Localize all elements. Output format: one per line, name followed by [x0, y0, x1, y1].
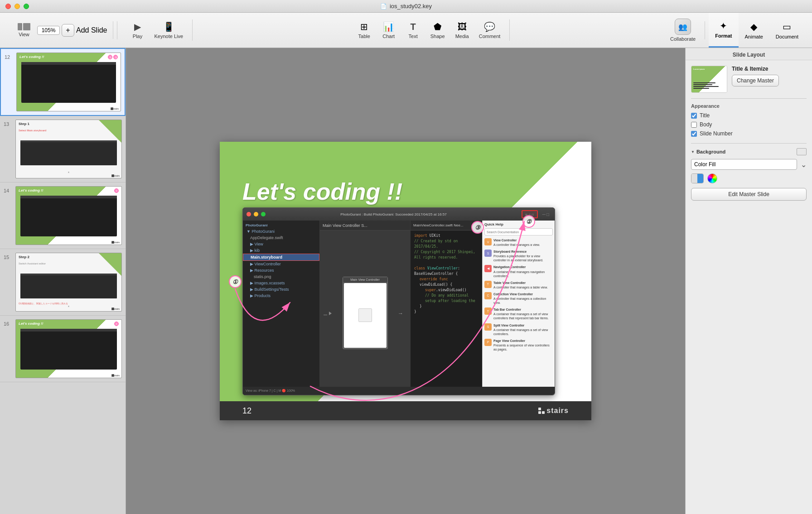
xcode-titlebar: PhotoGurani : Build PhotoGurani: Succeed…	[243, 208, 555, 221]
divider-2	[691, 143, 807, 144]
slide-thumb-12[interactable]: 12 Let's coding !! ② ③	[0, 48, 126, 116]
chart-button[interactable]: 📊 Chart	[377, 19, 400, 41]
vc-screen-mock	[358, 308, 372, 322]
animate-tab-toolbar[interactable]: ◆ Animate	[739, 13, 769, 48]
format-tab-icon: ✦	[720, 20, 727, 31]
comment-button[interactable]: 💬 Comment	[475, 19, 504, 41]
slide-number-13: 13	[4, 120, 12, 178]
slide-thumb-14[interactable]: 14 Let's coding !! ③ ⬛stairs	[0, 183, 126, 249]
xcode-file-products[interactable]: ▶ Products	[243, 293, 319, 299]
play-group: ▶ Play 📱 Keynote Live	[121, 19, 193, 41]
checkbox-title-label: Title	[700, 112, 710, 119]
panel-switcher: ✦ Format ◆ Animate ▭ Document	[709, 13, 805, 48]
xcode-max[interactable]	[261, 212, 266, 216]
shape-button[interactable]: ⬟ Shape	[426, 19, 449, 41]
text-button[interactable]: T Text	[402, 20, 425, 41]
qh-item-cvc: C Collection View Controller A controlle…	[484, 292, 553, 305]
logo-icon	[538, 408, 545, 414]
xcode-file-tree[interactable]: PhotoGurani ▼ PhotoGurani AppDelegate.sw…	[243, 221, 320, 395]
xcode-file-viewcontroller[interactable]: ▶ ViewController	[243, 261, 319, 267]
xcode-file-images[interactable]: ▶ Images.xcassets	[243, 280, 319, 286]
xcode-file-statis[interactable]: statis.png	[243, 274, 319, 280]
xcode-file-main-storyboard[interactable]: Main.storyboard	[243, 254, 319, 261]
code-line-5: override func viewDidLoad() {	[414, 277, 478, 288]
maximize-button[interactable]	[24, 4, 29, 9]
qh-text-nc: Navigation Controller A container that m…	[493, 265, 553, 278]
color-swatch[interactable]	[691, 173, 704, 183]
view-button[interactable]: View	[13, 21, 35, 39]
color-wheel-button[interactable]	[707, 173, 717, 183]
slide-thumb-15[interactable]: 15 Step 2 Switch Assistant editor GUI開発画…	[0, 249, 126, 316]
thumb-triangle-13	[99, 120, 121, 143]
thumb-triangle-15	[99, 253, 121, 276]
xcode-file-kib[interactable]: ▶ kib	[243, 247, 319, 254]
minimize-button[interactable]	[14, 4, 20, 9]
background-section-header: ▼ Background	[691, 148, 807, 155]
divider-1	[691, 98, 807, 99]
thumb-step2-x: x	[68, 305, 69, 307]
main-area: 12 Let's coding !! ② ③	[0, 48, 812, 514]
checkbox-body[interactable]	[691, 122, 697, 128]
add-slide-button[interactable]: +	[62, 24, 74, 37]
qh-icon-tvc: T	[484, 281, 492, 288]
format-tab-toolbar[interactable]: ✦ Format	[709, 13, 738, 48]
checkbox-slidenumber-row: Slide Number	[691, 130, 807, 137]
background-section: ▼ Background Color Fill ⌄	[691, 148, 807, 201]
xcode-storyboard-pane: Main View Controller S... Main View Cont…	[320, 221, 411, 395]
slide-panel[interactable]: 12 Let's coding !! ② ③	[0, 48, 126, 514]
qh-item-tbc: T Tab Bar Controller A container that ma…	[484, 307, 553, 320]
document-tab-toolbar[interactable]: ▭ Document	[769, 13, 805, 48]
qh-icon-vc: V	[484, 238, 492, 245]
xcode-file-build[interactable]: ▶ BuildSettings/Tests	[243, 286, 319, 293]
quick-help-search[interactable]	[484, 228, 553, 235]
play-button[interactable]: ▶ Play	[126, 19, 149, 41]
checkbox-title[interactable]	[691, 113, 697, 119]
slide-thumb-13[interactable]: 13 Step 1 Select Main.storyboard x ⬛stai…	[0, 116, 126, 183]
xcode-file-appdelegate[interactable]: AppDelegate.swift	[243, 235, 319, 241]
slide-thumb-16[interactable]: 16 Let's coding !! ③ ⬛stairs	[0, 316, 126, 382]
close-button[interactable]	[5, 4, 11, 9]
xcode-file-photogurami[interactable]: ▼ PhotoGurani	[243, 228, 319, 235]
bg-fill-select[interactable]: Color Fill	[691, 159, 797, 170]
checkbox-slide-number[interactable]	[691, 131, 697, 137]
xcode-min[interactable]	[254, 212, 258, 216]
xcode-file-resources[interactable]: ▶ Resources	[243, 267, 319, 274]
thumb-logo-16: ⬛stairs	[111, 374, 120, 377]
change-master-button[interactable]: Change Master	[732, 75, 779, 86]
xcode-screenshot: PhotoGurani : Build PhotoGurani: Succeed…	[242, 207, 555, 395]
edit-master-slide-button[interactable]: Edit Master Slide	[691, 188, 807, 201]
appearance-label: Appearance	[691, 103, 807, 109]
thumb-step1-x: x	[68, 171, 69, 173]
file-icon: 📄	[380, 3, 387, 10]
zoom-display[interactable]: 105%	[37, 26, 60, 35]
slide-canvas[interactable]: Let's coding !! PhotoGurani : Build Phot…	[220, 142, 591, 420]
slide-number-15: 15	[4, 253, 12, 312]
annotation-2: ②	[522, 215, 535, 228]
thumb-xcode-14	[20, 196, 117, 236]
qh-item-pvc: P Page View Controller Presents a sequen…	[484, 339, 553, 351]
collaborate-icon: 👥	[678, 23, 687, 31]
keynote-live-button[interactable]: 📱 Keynote Live	[151, 19, 187, 41]
layout-preview-lines	[693, 82, 725, 90]
media-icon: 🖼	[458, 22, 467, 32]
xcode-file-view[interactable]: ▶ View	[243, 241, 319, 247]
thumb-step2-text: Switch Assistant editor	[19, 262, 46, 265]
slide-preview-12: Let's coding !! ② ③ ⬛stairs	[16, 53, 121, 111]
layout-name-btn-container: Title & Itemize Change Master	[732, 66, 779, 86]
xcode-close[interactable]	[246, 212, 251, 216]
color-swatch-row	[691, 173, 807, 183]
layout-preview-inner: Lorem ipsum	[691, 66, 727, 92]
collaborate-button[interactable]: 👥	[675, 19, 691, 35]
toolbar: View 105% + Add Slide ▶ Play 📱 Keynote L…	[0, 13, 812, 48]
bg-fill-row: Color Fill ⌄	[691, 159, 807, 170]
qh-text-svc: Split View Controller A container that m…	[493, 323, 553, 336]
slide-number-16: 16	[4, 319, 12, 378]
media-button[interactable]: 🖼 Media	[451, 20, 474, 41]
table-button[interactable]: ⊞ Table	[353, 19, 376, 41]
slide-main-title: Let's coding !!	[242, 178, 402, 205]
zoom-group: 105%	[37, 26, 60, 35]
separator-2	[705, 21, 705, 39]
keynote-live-icon: 📱	[163, 21, 174, 32]
qh-icon-tbc: T	[484, 307, 492, 315]
thumb-xcode-16	[20, 329, 117, 370]
